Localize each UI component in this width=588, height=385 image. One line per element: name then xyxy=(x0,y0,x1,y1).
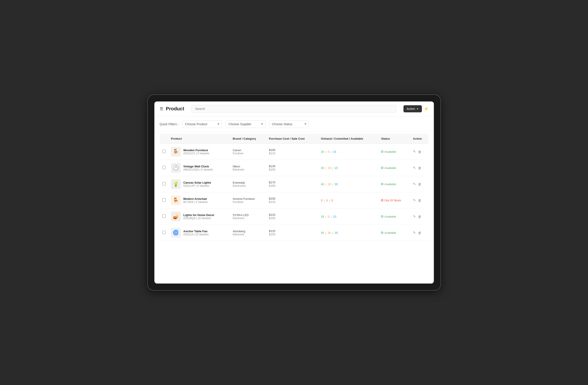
product-cell: 🕐 Vintage Wall Clock ABG011AQA | 5 Varia… xyxy=(168,160,230,176)
filter-icon[interactable]: ⚡ xyxy=(424,106,429,111)
status-label: Available xyxy=(384,166,396,170)
menu-icon[interactable]: ☰ xyxy=(160,106,163,111)
stock-cell: 30 | 15 | 15 xyxy=(318,160,379,176)
status-cell: Available xyxy=(378,225,410,241)
row-checkbox[interactable] xyxy=(162,214,166,218)
stock-onhand: 28 xyxy=(321,215,324,218)
action-cell: ✎ 🗑 xyxy=(410,192,429,208)
edit-icon[interactable]: ✎ xyxy=(413,182,416,186)
quick-filters-label: Quick Filters : xyxy=(160,122,179,126)
stock-committed: 30 xyxy=(328,231,331,234)
product-info: Vintage Wall Clock ABG011AQA | 5 Variant… xyxy=(183,165,213,171)
brand-category-cell: Nikon Electronic xyxy=(230,160,266,176)
stock-committed: 5 xyxy=(328,150,329,153)
delete-icon[interactable]: 🗑 xyxy=(418,182,421,186)
delete-icon[interactable]: 🗑 xyxy=(418,215,421,219)
row-checkbox-cell xyxy=(160,176,168,192)
action-icons: ✎ 🗑 xyxy=(413,198,426,202)
edit-icon[interactable]: ✎ xyxy=(413,150,416,154)
product-image: 🕐 xyxy=(171,163,181,173)
edit-icon[interactable]: ✎ xyxy=(413,214,416,219)
delete-icon[interactable]: 🗑 xyxy=(418,199,421,202)
row-checkbox[interactable] xyxy=(162,150,166,153)
product-sku: DG011AF | 6 Variants xyxy=(183,184,211,187)
status-cell: Available xyxy=(378,144,410,160)
action-icons: ✎ 🗑 xyxy=(413,231,426,235)
action-icons: ✎ 🗑 xyxy=(413,182,426,186)
category-name: Electronic xyxy=(233,217,264,220)
purchase-cost: $170 xyxy=(269,181,315,184)
product-sku: BCJSKK | 4 Variants xyxy=(183,201,208,204)
header-checkbox-cell xyxy=(160,134,168,144)
status-badge: Available xyxy=(381,231,408,234)
brand-category-cell: Canon Furniture xyxy=(230,144,266,160)
search-input[interactable] xyxy=(191,105,396,113)
row-checkbox-cell xyxy=(160,208,168,225)
product-name: Vintage Wall Clock xyxy=(183,165,213,168)
cost-cell: $130 $150 xyxy=(266,160,318,176)
page-title: Product xyxy=(166,106,184,112)
action-cell: ✎ 🗑 xyxy=(410,225,429,241)
stock-available: 15 xyxy=(333,150,336,153)
action-button[interactable]: Action ▼ xyxy=(403,105,422,112)
stock-committed: 0 xyxy=(326,199,328,202)
product-image: 💡 xyxy=(171,179,181,189)
action-cell: ✎ 🗑 xyxy=(410,144,429,160)
quick-filters: Quick Filters : Choose Product Choose Su… xyxy=(154,116,434,132)
action-icons: ✎ 🗑 xyxy=(413,150,426,154)
col-stock: Onhand / Commited / Available xyxy=(318,134,379,144)
sale-cost: $150 xyxy=(269,216,315,220)
table-row: 🪑 Modern Armchair BCJSKK | 4 Variants Am… xyxy=(160,192,429,208)
edit-icon[interactable]: ✎ xyxy=(413,198,416,202)
purchase-cost: $125 xyxy=(269,229,315,233)
product-cell: 💡 Canvas Solar Lights DG011AF | 6 Varian… xyxy=(168,176,230,192)
status-dot-icon xyxy=(381,199,383,201)
cost-cell: $100 $110 xyxy=(266,144,318,160)
header-actions: Action ▼ ⚡ xyxy=(403,105,429,112)
brand-name: SYSKA LED xyxy=(233,213,264,217)
category-name: Electronics xyxy=(233,184,264,187)
product-info: Anchor Table Fan ZG011A | 10 Variants xyxy=(183,229,209,236)
choose-product-select[interactable]: Choose Product xyxy=(182,120,222,128)
row-checkbox[interactable] xyxy=(162,182,166,185)
stock-available: 0 xyxy=(331,199,333,202)
action-cell: ✎ 🗑 xyxy=(410,176,429,192)
status-badge: Available xyxy=(381,182,408,186)
product-name: Modern Armchair xyxy=(183,197,208,201)
choose-supplier-select[interactable]: Choose Supplier xyxy=(226,120,266,128)
stock-available: 30 xyxy=(335,182,338,186)
delete-icon[interactable]: 🗑 xyxy=(418,231,421,235)
product-image: 🪔 xyxy=(171,212,181,221)
product-image: 🌀 xyxy=(171,228,181,238)
col-action: Action xyxy=(410,134,429,144)
edit-icon[interactable]: ✎ xyxy=(413,231,416,235)
stock-onhand: 20 xyxy=(321,150,324,153)
cost-cell: $170 $190 xyxy=(266,176,318,192)
cost-cell: $125 $150 xyxy=(266,208,318,225)
status-dot-icon xyxy=(381,183,383,185)
purchase-cost: $100 xyxy=(269,197,315,200)
stock-onhand: 40 xyxy=(321,182,324,186)
brand-category-cell: Eveready Electronics xyxy=(230,176,266,192)
product-cell: 🪔 Lights for Home Decor ZG01BQA | 10 Var… xyxy=(168,208,230,225)
status-cell: Available xyxy=(378,160,410,176)
status-badge: Available xyxy=(381,215,408,218)
product-cell: 🌀 Anchor Table Fan ZG011A | 10 Variants xyxy=(168,225,230,241)
delete-icon[interactable]: 🗑 xyxy=(418,150,421,154)
row-checkbox[interactable] xyxy=(162,198,166,202)
stock-cell: 55 | 30 | 25 xyxy=(318,225,379,241)
row-checkbox-cell xyxy=(160,160,168,176)
choose-status-select[interactable]: Choose Status xyxy=(269,120,309,128)
status-cell: Available xyxy=(378,208,410,225)
status-label: Available xyxy=(384,150,396,153)
edit-icon[interactable]: ✎ xyxy=(413,166,416,170)
product-image: 🪑 xyxy=(171,195,181,205)
row-checkbox[interactable] xyxy=(162,166,166,169)
table-row: 🌀 Anchor Table Fan ZG011A | 10 Variants … xyxy=(160,225,429,241)
delete-icon[interactable]: 🗑 xyxy=(418,166,421,170)
status-dot-icon xyxy=(381,151,383,153)
status-label: Available xyxy=(384,182,396,186)
products-table-container: Product Brand / Category Purchase Cost /… xyxy=(154,134,434,246)
table-row: 🕐 Vintage Wall Clock ABG011AQA | 5 Varia… xyxy=(160,160,429,176)
row-checkbox[interactable] xyxy=(162,231,166,234)
